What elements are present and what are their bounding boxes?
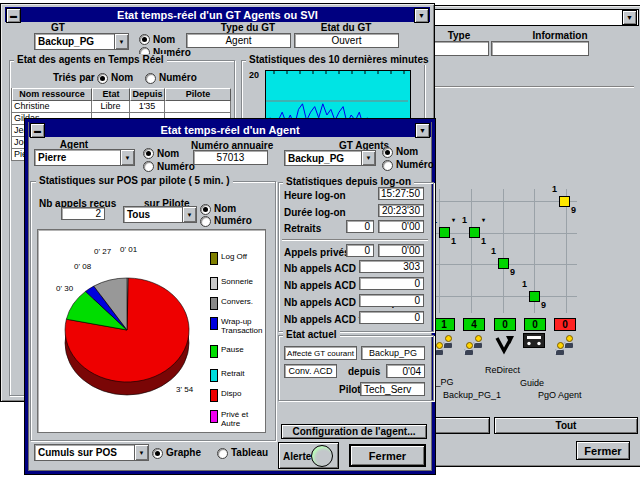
minimize-icon[interactable]: ▼	[414, 8, 429, 23]
cumuls-combobox[interactable]: Cumuls sur POS ▼	[34, 444, 149, 461]
combo-arrow-icon[interactable]: ▼	[134, 445, 148, 460]
flow-node[interactable]	[439, 227, 450, 238]
minimize-icon[interactable]: ▼	[415, 123, 430, 138]
tout-button[interactable]: Tout	[494, 417, 638, 434]
combo-arrow-icon[interactable]: ▼	[182, 207, 196, 222]
gt-label: GT	[28, 22, 88, 33]
tries-par-label: Triés par	[53, 72, 95, 83]
legend-swatch-icon	[210, 369, 218, 382]
agent-state-counter: 0	[554, 318, 576, 331]
table-row[interactable]: ChristineLibre1'35	[12, 101, 233, 113]
agent-combobox[interactable]: Pierre ▼	[34, 149, 135, 166]
system-menu-icon[interactable]: ▬	[6, 8, 21, 23]
table-cell	[165, 101, 231, 113]
gtagents-nom-radio[interactable]	[382, 147, 393, 158]
stat-value-field: 20:23'30	[378, 204, 424, 217]
node-marker-icon: ▾	[482, 217, 485, 223]
stat-value-field: 15:27:50	[378, 187, 424, 200]
sur-pilote-combobox[interactable]: Tous ▼	[123, 206, 197, 223]
type-field[interactable]	[430, 41, 489, 56]
node-count-top: 1	[462, 216, 467, 225]
flow-node[interactable]	[529, 291, 540, 302]
legend-label: Dispo	[221, 389, 241, 402]
pilote-nom-radio[interactable]	[200, 204, 211, 215]
flow-node[interactable]	[469, 227, 480, 238]
combo-arrow-icon[interactable]: ▼	[114, 34, 128, 49]
legend-item: Retrait	[210, 369, 245, 382]
gt-agents-combobox[interactable]: Backup_PG ▼	[284, 150, 376, 166]
redirect-icon[interactable]	[493, 333, 517, 359]
combo-arrow-icon[interactable]: ▼	[120, 150, 134, 165]
agent-numero-radio[interactable]	[143, 161, 154, 172]
fermer-button-background[interactable]: Fermer	[576, 441, 630, 460]
stat-value-field: 303	[359, 260, 424, 273]
gt-window-titlebar[interactable]: Etat temps-réel d'un GT Agents ou SVI	[5, 7, 430, 22]
tableau-radio-label: Tableau	[231, 447, 268, 458]
agent-window-titlebar[interactable]: Etat temps-réel d'un Agent	[29, 122, 431, 137]
gt-combobox[interactable]: Backup_PG ▼	[34, 33, 129, 50]
column-information-label: Information	[511, 30, 609, 41]
gt-agents-combobox-value: Backup_PG	[285, 153, 361, 164]
alerte-label: Alerte	[283, 451, 311, 462]
conv-acd-box: Conv. ACD	[284, 364, 337, 378]
node-count-top: 1	[552, 185, 557, 194]
grid-line	[431, 201, 577, 202]
gt-window-title: Etat temps-réel d'un GT Agents ou SVI	[117, 9, 318, 21]
fermer-button-agent[interactable]: Fermer	[349, 444, 426, 467]
node-count-bottom: 9	[510, 268, 515, 277]
stat-value-field: 0'00	[378, 220, 424, 233]
logon-groupbox-title: Statistiques depuis log-on	[283, 176, 414, 187]
legend-label: Retrait	[221, 369, 245, 382]
pie-legend: Log OffSonnerieConvers.Wrap-up Transacti…	[210, 230, 265, 432]
flow-node[interactable]	[498, 258, 509, 269]
table-header-row: Nom ressourceEtatDepuisPilote	[12, 88, 233, 101]
pilote-numero-radio-label: Numéro	[214, 215, 252, 226]
gtagents-numero-radio-label: Numéro	[396, 159, 434, 170]
agents-icon[interactable]	[462, 333, 486, 359]
agent-nom-radio[interactable]	[143, 148, 154, 159]
legend-swatch-icon	[210, 252, 218, 265]
tries-nom-radio[interactable]	[97, 73, 108, 84]
guide-icon[interactable]	[523, 333, 547, 359]
gtagents-nom-radio-label: Nom	[396, 146, 418, 157]
filter-bar-left[interactable]	[432, 417, 490, 434]
svg-text:3' 54: 3' 54	[176, 385, 194, 394]
legend-swatch-icon	[210, 277, 218, 290]
gtagents-numero-radio[interactable]	[382, 160, 393, 171]
svg-text:0' 01: 0' 01	[120, 245, 138, 254]
tries-numero-radio[interactable]	[145, 73, 156, 84]
information-field[interactable]	[491, 41, 589, 56]
legend-label: Pause	[221, 345, 244, 358]
pie-chart-panel: 0' 013' 540' 300' 080' 27 Log OffSonneri…	[37, 229, 266, 433]
pilote-numero-radio[interactable]	[200, 216, 211, 227]
gt-nom-radio[interactable]	[139, 34, 150, 45]
numero-annuaire-field: 57013	[193, 150, 268, 165]
agents-icon[interactable]	[553, 333, 577, 359]
table-cell: 1'35	[130, 101, 165, 113]
node-label: Backup_PG_1	[443, 390, 501, 400]
configuration-agent-button[interactable]: Configuration de l'agent...	[281, 424, 427, 439]
table-header-cell: Depuis	[130, 88, 165, 101]
flow-node[interactable]	[559, 196, 570, 207]
grid-line	[431, 296, 577, 297]
grid-line	[439, 189, 440, 313]
legend-item: Wrap-up Transaction	[210, 317, 263, 335]
graphe-radio[interactable]	[152, 448, 163, 459]
combo-arrow-icon[interactable]: ▼	[361, 151, 375, 165]
legend-label: Log Off	[221, 252, 247, 265]
affecte-gt-value-box: Backup_PG	[361, 346, 425, 360]
depuis-label: depuis	[348, 366, 380, 377]
agent-state-counter: 0	[494, 318, 516, 331]
nb-appels-recus-field: 2	[61, 207, 105, 220]
alert-indicator	[311, 445, 333, 467]
system-menu-icon[interactable]: ▬	[30, 123, 45, 138]
legend-item: Sonnerie	[210, 277, 253, 290]
legend-swatch-icon	[210, 410, 218, 423]
tableau-radio[interactable]	[217, 448, 228, 459]
stat-value-field: 0	[359, 277, 424, 290]
node-count-bottom: 9	[541, 301, 546, 310]
window-background-supervision: ▼ Type Information Tout Fermer 191▾11▾11…	[415, 5, 640, 467]
background-window-titlebar[interactable]	[419, 9, 639, 26]
table-header-cell: Pilote	[165, 88, 231, 101]
minimize-icon[interactable]: ▼	[622, 10, 637, 25]
